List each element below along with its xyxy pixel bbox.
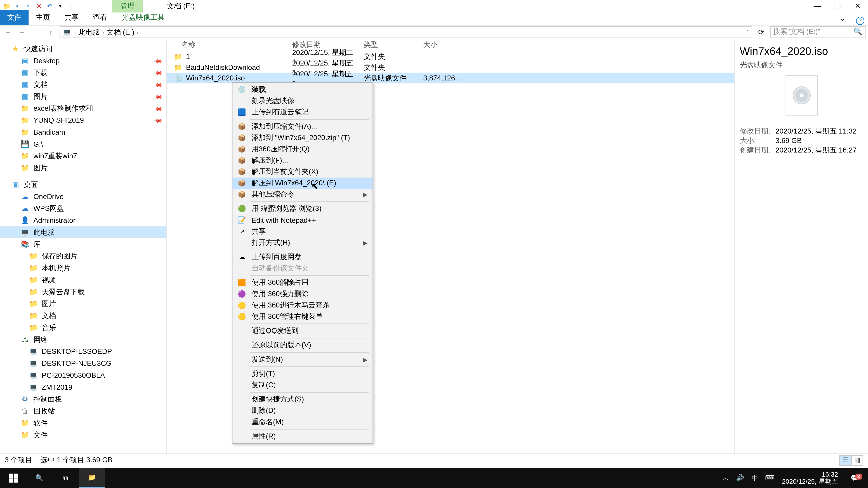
context-menu-item[interactable]: 还原以前的版本(V) <box>232 339 373 351</box>
chevron-right-icon[interactable]: › <box>74 29 76 35</box>
context-menu-item[interactable]: 删除(D) <box>232 405 373 416</box>
context-menu-item[interactable]: ☁上传到百度网盘 <box>232 252 373 263</box>
nav-item[interactable]: ▣下载📌 <box>0 67 166 78</box>
nav-item[interactable]: ▣文档📌 <box>0 78 166 91</box>
context-menu-item[interactable]: 发送到(N)▶ <box>232 354 373 365</box>
file-row[interactable]: 💿Win7x64_2020.iso2020/12/25, 星期五 1...光盘映… <box>167 73 734 84</box>
taskbar-explorer-button[interactable]: 📁 <box>79 468 105 488</box>
nav-item[interactable]: 💻DESKTOP-NJEU3CG <box>0 357 166 369</box>
qat-properties-icon[interactable]: ▪ <box>12 1 23 11</box>
nav-item[interactable]: ▣图片📌 <box>0 91 166 103</box>
ribbon-tab-view[interactable]: 查看 <box>86 10 115 25</box>
nav-item[interactable]: 📁excel表格制作求和📌 <box>0 103 166 115</box>
nav-item[interactable]: 📁天翼云盘下载 <box>0 286 166 298</box>
taskbar-search-button[interactable]: 🔍 <box>26 468 53 488</box>
search-input[interactable]: 搜索"文档 (E:)" 🔍 <box>770 26 866 38</box>
task-view-button[interactable]: ⧉ <box>53 468 79 488</box>
nav-item[interactable]: 📁本机照片 <box>0 262 166 274</box>
breadcrumb[interactable]: 💻 › 此电脑 › 文档 (E:) › ˅ <box>60 26 752 38</box>
nav-item[interactable]: 📁视频 <box>0 274 166 286</box>
context-menu-item[interactable]: 🟧使用 360解除占用 <box>232 277 373 288</box>
nav-item[interactable]: 💻此电脑 <box>0 226 166 238</box>
nav-item[interactable]: 📁YUNQISHI2019📌 <box>0 114 166 126</box>
nav-item[interactable]: 🗑回收站 <box>0 405 166 417</box>
nav-item[interactable]: ☁OneDrive <box>0 191 166 203</box>
maximize-button[interactable]: ▢ <box>827 0 848 12</box>
breadcrumb-part[interactable]: 文档 (E:) <box>106 27 134 37</box>
context-menu-item[interactable]: 剪切(T) <box>232 368 373 380</box>
qat-undo-icon[interactable]: ↶ <box>44 1 55 11</box>
ribbon-tab-file[interactable]: 文件 <box>0 10 29 25</box>
context-menu-item[interactable]: 📦添加到压缩文件(A)... <box>232 121 373 132</box>
context-menu-item[interactable]: 📝Edit with Notepad++ <box>232 215 373 226</box>
file-row[interactable]: 📁BaiduNetdiskDownload2020/12/25, 星期五 1..… <box>167 62 734 72</box>
context-menu-item[interactable]: 通过QQ发送到 <box>232 325 373 337</box>
context-menu-item[interactable]: 复制(C) <box>232 380 373 391</box>
file-row[interactable]: 📁12020/12/15, 星期二 1...文件夹 <box>167 51 734 62</box>
nav-item[interactable]: 💻ZMT2019 <box>0 381 166 393</box>
nav-item[interactable]: ⚙控制面板 <box>0 393 166 405</box>
nav-item[interactable]: 📁Bandicam <box>0 126 166 138</box>
context-menu-item[interactable]: 🟡使用 360进行木马云查杀 <box>232 300 373 311</box>
ime-indicator[interactable]: 中 <box>752 473 758 482</box>
nav-item[interactable]: 📁文件 <box>0 429 166 441</box>
context-menu-item[interactable]: 🟢用 蜂蜜浏览器 浏览(3) <box>232 203 373 215</box>
context-menu-item[interactable]: 创建快捷方式(S) <box>232 394 373 405</box>
search-icon[interactable]: 🔍 <box>854 27 863 36</box>
action-center-button[interactable]: 💬3 <box>845 474 864 482</box>
ribbon-tab-share[interactable]: 共享 <box>57 10 86 25</box>
nav-item[interactable]: 📁保存的图片 <box>0 250 166 262</box>
ime-mode-icon[interactable]: ⌨ <box>765 474 775 482</box>
nav-item[interactable]: 💻DESKTOP-LSSOEDP <box>0 346 166 357</box>
chevron-right-icon[interactable]: › <box>137 29 139 35</box>
nav-item[interactable]: 📁音乐 <box>0 322 166 334</box>
nav-item[interactable]: ☁WPS网盘 <box>0 203 166 215</box>
nav-item[interactable]: 📁win7重装win7 <box>0 150 166 162</box>
nav-up-button[interactable]: ↑ <box>45 28 56 36</box>
context-menu-item[interactable]: 🟦上传到有道云笔记 <box>232 107 373 118</box>
ribbon-expand-icon[interactable]: ⌄ <box>832 12 852 25</box>
chevron-right-icon[interactable]: › <box>102 29 104 35</box>
context-menu-item[interactable]: 📦解压到当前文件夹(X) <box>232 166 373 177</box>
view-details-button[interactable]: ☰ <box>839 455 851 465</box>
nav-item[interactable]: 📁软件 <box>0 417 166 429</box>
context-menu-item[interactable]: 💿装载 <box>232 84 373 95</box>
nav-header[interactable]: ★快速访问 <box>0 43 166 55</box>
nav-item[interactable]: 👤Administrator <box>0 215 166 226</box>
context-menu-item[interactable]: ↗共享 <box>232 226 373 237</box>
qat-dropdown-icon[interactable]: ▾ <box>55 1 66 11</box>
help-icon[interactable]: ? <box>856 17 864 25</box>
start-button[interactable] <box>0 468 26 488</box>
context-menu-item[interactable]: 📦解压到(F)... <box>232 155 373 166</box>
ribbon-tab-context[interactable]: 光盘映像工具 <box>114 10 172 25</box>
volume-icon[interactable]: 🔊 <box>736 474 744 482</box>
minimize-button[interactable]: ― <box>807 0 827 12</box>
ribbon-tab-home[interactable]: 主页 <box>29 10 57 25</box>
nav-item[interactable]: 📁图片 <box>0 162 166 174</box>
nav-item[interactable]: 📁文档 <box>0 310 166 322</box>
close-button[interactable]: ✕ <box>848 0 868 12</box>
taskbar-clock[interactable]: 16:32 2020/12/25, 星期五 <box>782 470 838 485</box>
nav-header[interactable]: ▣桌面 <box>0 179 166 191</box>
breadcrumb-dropdown-icon[interactable]: ˅ <box>746 29 749 35</box>
nav-forward-button[interactable]: → <box>17 28 27 36</box>
view-icons-button[interactable]: ▦ <box>851 455 863 465</box>
nav-item[interactable]: ▣Desktop📌 <box>0 55 166 67</box>
nav-item[interactable]: 🖧网络 <box>0 334 166 346</box>
qat-new-icon[interactable]: ▫ <box>23 1 33 11</box>
context-menu-item[interactable]: 📦用360压缩打开(Q) <box>232 144 373 155</box>
nav-back-button[interactable]: ← <box>2 28 13 36</box>
col-size[interactable]: 大小 <box>423 40 465 50</box>
nav-item[interactable]: 📚库 <box>0 238 166 250</box>
tray-expand-icon[interactable]: ︿ <box>722 473 729 482</box>
context-menu-item[interactable]: 📦解压到 Win7x64_2020\ (E) <box>232 177 373 189</box>
qat-delete-icon[interactable]: ✕ <box>33 1 44 11</box>
context-menu-item[interactable]: 🟡使用 360管理右键菜单 <box>232 311 373 322</box>
col-type[interactable]: 类型 <box>364 40 423 50</box>
context-menu-item[interactable]: 📦其他压缩命令▶ <box>232 189 373 200</box>
context-menu-item[interactable]: 重命名(M) <box>232 416 373 428</box>
breadcrumb-part[interactable]: 此电脑 <box>78 27 100 37</box>
nav-item[interactable]: 💻PC-20190530OBLA <box>0 369 166 381</box>
context-menu-item[interactable]: 🟣使用 360强力删除 <box>232 288 373 300</box>
nav-history-button[interactable]: ˅ <box>31 30 41 35</box>
